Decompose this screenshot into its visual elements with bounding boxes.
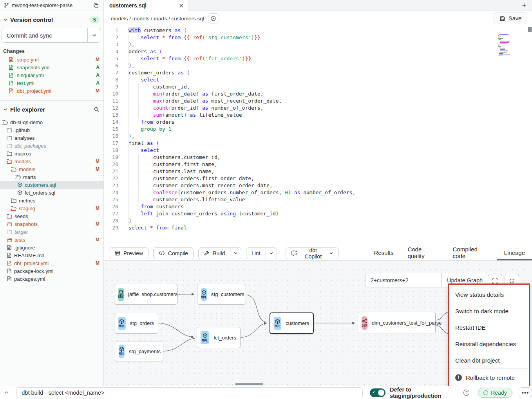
tree-item-analyses[interactable]: analyses — [0, 134, 103, 142]
status-ready-badge[interactable]: Ready — [478, 388, 512, 398]
tree-item-customers.sql[interactable]: customers.sql — [0, 181, 103, 189]
menu-item-restart-ide[interactable]: Restart IDE — [449, 319, 529, 336]
save-icon — [499, 16, 505, 22]
lint-button[interactable]: Lint — [246, 248, 266, 259]
folder-icon — [7, 159, 12, 164]
status-badge: M — [96, 166, 100, 172]
code-line-29: 29select * from final — [104, 224, 527, 231]
tree-item-.github[interactable]: .github — [0, 126, 103, 134]
status-badge: A — [96, 65, 100, 70]
node-type-badge: MDL — [118, 317, 126, 330]
lineage-node-fct_orders[interactable]: MDLfct_orders — [197, 327, 241, 348]
commit-split-button: Commit and sync — [2, 28, 101, 43]
tree-item-snapshots[interactable]: snapshotsM — [0, 220, 103, 228]
code-line-16: 16), — [104, 133, 527, 140]
preview-label: Preview — [123, 250, 143, 256]
code-editor[interactable]: 1with customers as (2 select * from {{ r… — [104, 26, 532, 246]
minimap[interactable] — [498, 34, 522, 56]
save-button[interactable]: Save — [494, 13, 527, 24]
changed-file-singular.yml[interactable]: singular.ymlA — [0, 71, 103, 79]
lineage-node-stg_payments[interactable]: MDLstg_payments — [115, 341, 163, 361]
menu-item-view-status-details[interactable]: View status details — [449, 286, 529, 303]
file-icon — [9, 72, 14, 78]
build-options-button[interactable] — [230, 248, 241, 259]
copilot-compass-button[interactable] — [208, 13, 219, 23]
tree-item-label: metrics — [19, 198, 100, 204]
tree-item-models[interactable]: modelsM — [0, 157, 103, 165]
tree-item-fct_orders.sql[interactable]: fct_orders.sql — [0, 189, 103, 197]
tree-item-.gitignore[interactable]: .gitignore — [0, 244, 103, 251]
commit-and-sync-button[interactable]: Commit and sync — [2, 28, 87, 42]
tree-item-macros[interactable]: macros — [0, 150, 103, 157]
horizontal-scrollbar-thumb[interactable] — [235, 383, 263, 385]
close-tab-icon[interactable]: ✕ — [179, 3, 184, 9]
editor-scrollbar[interactable] — [527, 26, 532, 246]
node-label: stg_customers — [211, 291, 248, 297]
menu-item-rollback-to-remote[interactable]: ! Rollback to remote — [449, 369, 529, 386]
tree-item-seeds[interactable]: seeds — [0, 212, 103, 220]
file-icon — [9, 57, 14, 62]
lineage-node-customers[interactable]: MDLcustomers — [270, 312, 314, 334]
lineage-panel: SRCjaffle_shop.customersMDLstg_customers… — [104, 261, 532, 386]
lineage-node-jaffle_shop.customers[interactable]: SRCjaffle_shop.customers — [114, 284, 177, 305]
tree-item-metrics[interactable]: metrics — [0, 197, 103, 204]
code-line-12: 12 count(order_id) as number_of_orders, — [104, 105, 527, 112]
tree-item-label: .github — [14, 127, 100, 133]
tab-customers-sql[interactable]: customers.sql ✕ — [104, 0, 188, 11]
changed-file-stripe.yml[interactable]: stripe.ymlM — [0, 56, 103, 63]
panel-tab-code-quality[interactable]: Code quality — [400, 246, 445, 260]
panel-tab-results[interactable]: Results — [367, 246, 400, 260]
tree-item-marts[interactable]: marts — [0, 173, 103, 181]
menu-item-switch-to-dark-mode[interactable]: Switch to dark mode — [449, 303, 529, 319]
lineage-node-stg_customers[interactable]: MDLstg_customers — [197, 284, 246, 305]
panel-tabs: ResultsCode qualityCompiled codeLineage — [367, 246, 532, 260]
tree-item-db-sl-qs-demo[interactable]: db-sl-qs-demo — [0, 118, 103, 126]
tree-item-label: package-lock.yml — [14, 268, 100, 274]
lineage-node-dim_customers_test_for_parse[interactable]: SEMdim_customers_test_for_parse — [358, 312, 436, 334]
code-line-25: 25 customer_orders.lifetime_value — [104, 196, 527, 203]
build-button[interactable]: Build — [199, 248, 230, 259]
tree-item-models[interactable]: modelsM — [0, 165, 103, 173]
node-label: stg_orders — [130, 320, 158, 326]
tree-item-target[interactable]: target — [0, 228, 103, 236]
version-control-header[interactable]: Version control 5 — [0, 11, 103, 26]
more-options-button[interactable]: ••• — [519, 387, 532, 398]
status-bar: dbt build --select <model_name> ✓ Defer … — [0, 386, 532, 399]
changed-file-dbt_project.yml[interactable]: dbt_project.ymlM — [0, 87, 103, 95]
commit-options-button[interactable] — [87, 28, 101, 42]
file-icon — [9, 65, 14, 70]
panel-tab-compiled-code[interactable]: Compiled code — [446, 246, 497, 260]
folder-icon — [2, 120, 8, 125]
new-tab-button[interactable]: + — [516, 0, 532, 11]
tree-item-label: dbt_packages — [14, 143, 100, 149]
scrollbar-thumb[interactable] — [528, 27, 532, 32]
tree-item-staging[interactable]: stagingM — [0, 204, 103, 212]
tree-item-README.md[interactable]: README.md — [0, 251, 103, 259]
node-label: customers — [286, 320, 313, 326]
code-line-17: 17final as ( — [104, 140, 527, 147]
tree-item-tests[interactable]: testsM — [0, 236, 103, 244]
help-icon[interactable]: ? — [463, 390, 469, 396]
menu-item-clean-dbt-project[interactable]: Clean dbt project — [449, 352, 529, 368]
preview-button[interactable]: Preview — [109, 247, 148, 259]
tree-item-dbt_project.yml[interactable]: dbt_project.ymlM — [0, 259, 103, 267]
tree-item-dbt_packages[interactable]: dbt_packages — [0, 142, 103, 150]
search-icon[interactable] — [94, 107, 100, 112]
file-explorer-header[interactable]: File explorer — [0, 101, 103, 116]
lineage-node-stg_orders[interactable]: MDLstg_orders — [114, 313, 158, 334]
changed-file-test.yml[interactable]: test.ymlA — [0, 79, 103, 87]
compile-button[interactable]: Compile — [153, 247, 194, 259]
tree-item-packages.yml[interactable]: packages.yml — [0, 275, 103, 283]
tree-item-package-lock.yml[interactable]: package-lock.yml — [0, 267, 103, 275]
panel-tab-lineage[interactable]: Lineage — [497, 246, 532, 260]
dbt-copilot-button[interactable]: dbt Copilot — [286, 247, 339, 259]
collapse-panel-button[interactable] — [0, 386, 13, 399]
defer-toggle[interactable]: ✓ — [370, 388, 385, 397]
lint-options-button[interactable] — [266, 248, 277, 259]
changes-label: Changes — [0, 43, 103, 56]
lineage-search-input[interactable] — [366, 273, 441, 287]
changed-file-snapshots.yml[interactable]: snapshots.ymlA — [0, 63, 103, 71]
copy-branch-button[interactable] — [92, 2, 100, 9]
command-input[interactable]: dbt build --select <model_name> — [16, 387, 363, 398]
menu-item-reinstall-dependencies[interactable]: Reinstall dependencies — [449, 336, 529, 352]
